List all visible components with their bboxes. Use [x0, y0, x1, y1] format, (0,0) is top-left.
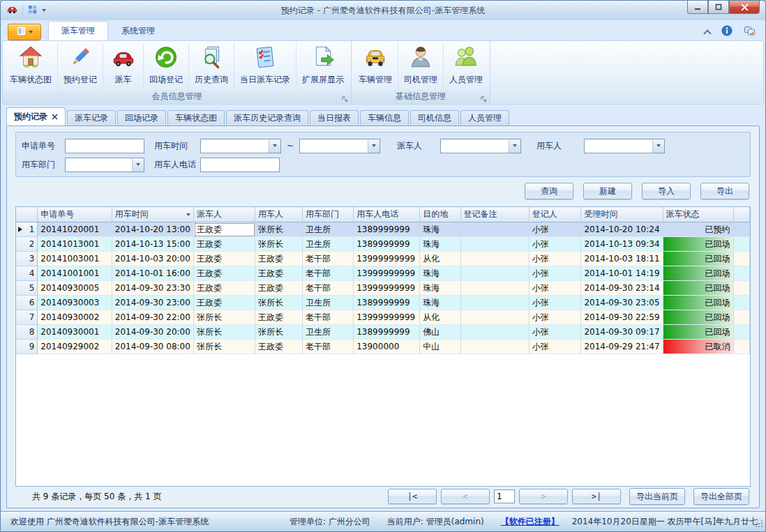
cell-dept[interactable]: 老干部 — [303, 252, 354, 266]
import-button[interactable]: 导入 — [642, 183, 691, 199]
cell-order_no[interactable]: 20140929002 — [38, 340, 112, 354]
cell-phone[interactable]: 1389999999 — [354, 325, 420, 340]
doc-tab-人员管理[interactable]: 人员管理 — [460, 110, 509, 126]
cell-order_no[interactable]: 20140930003 — [38, 296, 112, 310]
table-row[interactable]: 4201410010012014-10-01 16:00王政委王政委老干部139… — [16, 266, 750, 281]
cell-dept[interactable]: 老干部 — [303, 340, 354, 354]
cell-user[interactable]: 王政委 — [255, 281, 303, 296]
cell-dest[interactable]: 珠海 — [420, 222, 460, 237]
extend-screen-window-icon[interactable] — [744, 25, 756, 38]
export-all-pages-button[interactable]: 导出全部页 — [693, 488, 749, 505]
cell-note[interactable] — [461, 310, 530, 325]
column-header-phone[interactable]: 用车人电话 — [354, 207, 420, 222]
cell-dispatcher[interactable]: 张所长 — [194, 310, 255, 325]
cell-note[interactable] — [461, 325, 530, 340]
row-selector-cell[interactable]: 5 — [16, 281, 38, 296]
ribbon-button-page-arrow[interactable]: 扩展屏显示 — [296, 43, 350, 90]
use-time-from-combo[interactable] — [200, 139, 281, 153]
cell-use_time[interactable]: 2014-09-30 20:00 — [112, 325, 194, 340]
cell-status[interactable]: 已回场 — [663, 281, 734, 296]
export-current-page-button[interactable]: 导出当前页 — [629, 488, 685, 505]
maximize-button[interactable] — [708, 1, 729, 14]
cell-use_time[interactable]: 2014-09-30 22:00 — [112, 310, 194, 325]
ribbon-button-driver[interactable]: 司机管理 — [398, 43, 443, 90]
cell-note[interactable] — [461, 252, 530, 266]
cell-status[interactable]: 已回场 — [663, 325, 734, 340]
cell-user[interactable]: 张所长 — [255, 296, 303, 310]
cell-note[interactable] — [461, 237, 530, 252]
cell-accept_time[interactable]: 2014-09-30 09:17 — [581, 325, 663, 340]
first-page-button[interactable]: |< — [388, 489, 437, 504]
cell-order_no[interactable]: 20140930002 — [38, 310, 112, 325]
cell-status[interactable]: 已取消 — [663, 340, 734, 354]
cell-use_time[interactable]: 2014-09-30 23:00 — [112, 296, 194, 310]
cell-status[interactable]: 已回场 — [663, 252, 734, 266]
cell-order_no[interactable]: 20141001001 — [38, 266, 112, 281]
ribbon-tab-系统管理[interactable]: 系统管理 — [108, 21, 168, 40]
cell-status[interactable]: 已回场 — [663, 237, 734, 252]
table-row[interactable]: 5201409300052014-09-30 23:30王政委王政委老干部139… — [16, 281, 750, 296]
column-header-dest[interactable]: 目的地 — [420, 207, 460, 222]
cell-use_time[interactable]: 2014-09-30 08:00 — [112, 340, 194, 354]
cell-dispatcher[interactable]: 王政委 — [194, 266, 255, 281]
cell-order_no[interactable]: 20140930005 — [38, 281, 112, 296]
query-button[interactable]: 查询 — [525, 183, 573, 199]
doc-tab-司机信息[interactable]: 司机信息 — [410, 110, 459, 126]
cell-registrar[interactable]: 小张 — [530, 266, 582, 281]
cell-user[interactable]: 张所长 — [255, 237, 303, 252]
use-time-to-combo[interactable] — [299, 139, 380, 153]
cell-dest[interactable]: 珠海 — [420, 237, 460, 252]
cell-registrar[interactable]: 小张 — [530, 310, 582, 325]
close-button[interactable] — [729, 1, 760, 14]
cell-phone[interactable]: 1389999999 — [354, 296, 420, 310]
cell-phone[interactable]: 1389999999 — [354, 222, 420, 237]
chevron-down-icon[interactable] — [368, 139, 380, 153]
doc-tab-预约记录[interactable]: 预约记录 — [6, 107, 66, 126]
cell-phone[interactable]: 13900000 — [354, 340, 420, 354]
collapse-ribbon-icon[interactable] — [705, 28, 710, 36]
column-header-user[interactable]: 用车人 — [255, 207, 303, 222]
row-selector-cell[interactable]: 7 — [16, 310, 38, 325]
column-header-note[interactable]: 登记备注 — [461, 207, 530, 222]
cell-registrar[interactable]: 小张 — [530, 237, 582, 252]
cell-dispatcher[interactable]: 王政委 — [194, 252, 255, 266]
resize-grip[interactable] — [755, 519, 763, 530]
doc-tab-车辆状态图[interactable]: 车辆状态图 — [167, 110, 225, 126]
cell-use_time[interactable]: 2014-10-13 15:00 — [112, 237, 194, 252]
doc-tab-派车记录[interactable]: 派车记录 — [67, 110, 116, 126]
cell-note[interactable] — [461, 340, 530, 354]
cell-registrar[interactable]: 小张 — [530, 281, 582, 296]
license-link[interactable]: 【软件已注册】 — [501, 516, 560, 528]
ribbon-button-people[interactable]: 人员管理 — [443, 43, 488, 90]
close-tab-icon[interactable] — [52, 112, 58, 122]
column-filter-icon[interactable] — [186, 213, 190, 216]
cell-accept_time[interactable]: 2014-10-20 10:24 — [581, 222, 663, 237]
cell-registrar[interactable]: 小张 — [530, 252, 582, 266]
cell-dispatcher[interactable]: 张所长 — [194, 340, 255, 354]
cell-dispatcher[interactable]: 王政委 — [194, 222, 255, 237]
dispatcher-combo[interactable] — [440, 139, 521, 153]
table-row[interactable]: 8201409300012014-09-30 20:00张所长张所长卫生所138… — [16, 325, 750, 340]
new-button[interactable]: 新建 — [583, 183, 632, 199]
prev-page-button[interactable]: < — [441, 489, 490, 504]
cell-dispatcher[interactable]: 张所长 — [194, 325, 255, 340]
cell-phone[interactable]: 1389999999 — [354, 237, 420, 252]
ribbon-button-taxi[interactable]: 车辆管理 — [353, 43, 398, 90]
phone-input[interactable] — [200, 158, 280, 172]
cell-user[interactable]: 王政委 — [255, 340, 303, 354]
column-header-order_no[interactable]: 申请单号 — [38, 207, 112, 222]
cell-dest[interactable]: 从化 — [420, 310, 460, 325]
table-row[interactable]: 3201410030012014-10-03 20:00王政委王政委老干部139… — [16, 252, 750, 266]
dept-combo[interactable] — [65, 158, 144, 172]
order-no-input[interactable] — [65, 139, 144, 153]
cell-status[interactable]: 已回场 — [663, 266, 734, 281]
user-combo[interactable] — [584, 139, 665, 153]
table-row[interactable]: 9201409290022014-09-30 08:00张所长王政委老干部139… — [16, 340, 750, 354]
cell-accept_time[interactable]: 2014-09-29 21:47 — [581, 340, 663, 354]
table-row[interactable]: 6201409300032014-09-30 23:00王政委张所长卫生所138… — [16, 296, 750, 310]
cell-note[interactable] — [461, 222, 530, 237]
cell-accept_time[interactable]: 2014-09-30 23:14 — [581, 281, 663, 296]
column-header-registrar[interactable]: 登记人 — [530, 207, 582, 222]
cell-accept_time[interactable]: 2014-09-30 22:59 — [581, 310, 663, 325]
cell-accept_time[interactable]: 2014-10-01 14:19 — [581, 266, 663, 281]
